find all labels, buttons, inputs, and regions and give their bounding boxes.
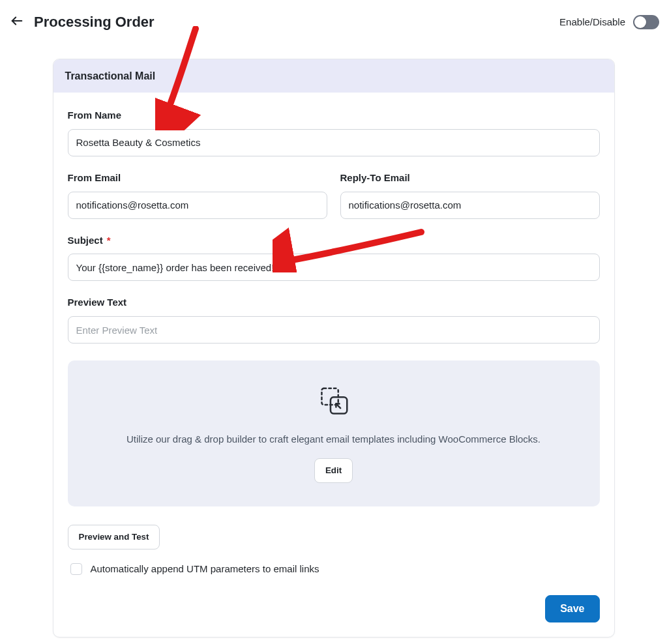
page-header: Processing Order Enable/Disable: [8, 12, 659, 33]
preview-text-label: Preview Text: [68, 295, 600, 310]
back-button[interactable]: [8, 13, 26, 31]
header-right: Enable/Disable: [559, 15, 659, 29]
toggle-knob-icon: [634, 16, 646, 28]
enable-toggle[interactable]: [633, 15, 659, 29]
subject-required-indicator: *: [107, 235, 111, 246]
reply-to-input[interactable]: [340, 192, 600, 219]
builder-panel: Utilize our drag & drop builder to craft…: [68, 360, 600, 506]
subject-label-text: Subject: [68, 235, 103, 246]
reply-to-label: Reply-To Email: [340, 171, 600, 185]
header-left: Processing Order: [8, 12, 155, 33]
page-title: Processing Order: [34, 12, 155, 33]
from-name-label: From Name: [68, 108, 600, 123]
card-body: From Name From Email Reply-To Email: [53, 93, 614, 637]
from-email-input[interactable]: [68, 192, 327, 219]
card-title: Transactional Mail: [53, 59, 614, 93]
subject-label: Subject *: [68, 233, 600, 248]
edit-template-button[interactable]: Edit: [314, 458, 353, 483]
subject-input[interactable]: [68, 254, 600, 281]
page: Processing Order Enable/Disable Transact…: [0, 0, 667, 644]
toggle-label: Enable/Disable: [559, 15, 625, 29]
utm-row: Automatically append UTM parameters to e…: [68, 561, 600, 577]
utm-checkbox[interactable]: [70, 563, 82, 575]
preview-text-input[interactable]: [68, 316, 600, 344]
builder-description: Utilize our drag & drop builder to craft…: [83, 432, 584, 446]
actions-row: Preview and Test: [68, 525, 600, 549]
utm-label: Automatically append UTM parameters to e…: [91, 562, 319, 576]
save-button[interactable]: Save: [545, 595, 599, 622]
arrow-left-icon: [10, 14, 24, 30]
from-name-input[interactable]: [68, 129, 600, 156]
footer: Save: [68, 595, 600, 622]
from-email-label: From Email: [68, 171, 327, 185]
drag-drop-icon: [316, 384, 351, 419]
transactional-mail-card: Transactional Mail From Name From Email …: [53, 59, 615, 637]
preview-test-button[interactable]: Preview and Test: [68, 525, 160, 549]
